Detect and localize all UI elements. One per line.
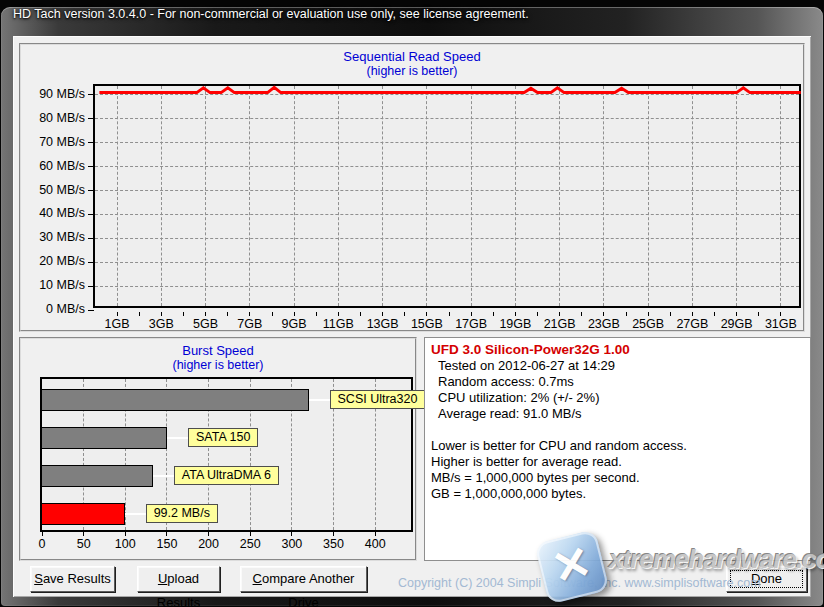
random-access: Random access: 0.7ms [431, 374, 804, 390]
y-axis-label: 30 MB/s [17, 230, 85, 244]
y-axis-label: 20 MB/s [17, 254, 85, 268]
y-axis-label: 70 MB/s [17, 135, 85, 149]
y-axis-label: 0 MB/s [17, 302, 85, 316]
burst-x-tick [83, 532, 84, 536]
y-axis-label: 40 MB/s [17, 206, 85, 220]
burst-x-tick [42, 532, 43, 536]
x-axis-label: 31GB [754, 317, 808, 331]
hd-tach-window: HD Tach version 3.0.4.0 - For non-commer… [0, 0, 824, 607]
y-axis-tick [88, 142, 94, 143]
y-axis-tick [88, 118, 94, 119]
x-axis-tick [117, 312, 118, 316]
burst-bar-label: SCSI Ultra320 [330, 390, 426, 409]
burst-x-label: 400 [348, 537, 402, 551]
x-axis-tick [404, 312, 405, 316]
y-axis-tick [88, 190, 94, 191]
y-axis-label: 60 MB/s [17, 159, 85, 173]
x-axis-tick [426, 312, 427, 316]
x-axis-tick [758, 312, 759, 316]
y-axis-tick [88, 310, 94, 311]
sequential-read-title: Sequential Read Speed [21, 49, 803, 64]
y-axis-label: 50 MB/s [17, 183, 85, 197]
compare-another-drive-button[interactable]: Compare Another Drive [240, 566, 367, 592]
drive-name: UFD 3.0 Silicon-Power32G 1.00 [431, 342, 804, 358]
bar-label-connector [153, 475, 174, 477]
bar-label-connector [125, 513, 146, 515]
x-axis-tick [161, 312, 162, 316]
y-axis-tick [88, 262, 94, 263]
results-panel: UFD 3.0 Silicon-Power32G 1.00 Tested on … [424, 337, 811, 561]
client-area: Sequential Read Speed (higher is better)… [13, 36, 811, 597]
y-axis-label: 90 MB/s [17, 87, 85, 101]
bar-label-connector [167, 437, 188, 439]
y-axis-tick [88, 166, 94, 167]
burst-bar [42, 465, 153, 487]
x-axis-tick [272, 312, 273, 316]
y-axis-tick [88, 238, 94, 239]
burst-bar [42, 503, 125, 525]
tested-on: Tested on 2012-06-27 at 14:29 [431, 358, 804, 374]
x-axis-tick [316, 312, 317, 316]
note-line: Higher is better for average read. [431, 454, 804, 470]
x-axis-tick [294, 312, 295, 316]
burst-speed-subtitle: (higher is better) [21, 358, 415, 372]
save-results-button[interactable]: Save Results [30, 566, 115, 592]
burst-x-tick [125, 532, 126, 536]
y-axis-tick [88, 214, 94, 215]
sequential-read-plot: 0 MB/s10 MB/s20 MB/s30 MB/s40 MB/s50 MB/… [93, 84, 801, 308]
x-axis-tick [670, 312, 671, 316]
burst-bar-label: ATA UltraDMA 6 [174, 466, 279, 485]
x-axis-tick [736, 312, 737, 316]
x-axis-tick [626, 312, 627, 316]
cpu-utilization: CPU utilization: 2% (+/- 2%) [431, 390, 804, 406]
burst-x-tick [166, 532, 167, 536]
read-speed-line [95, 86, 803, 310]
x-axis-tick [449, 312, 450, 316]
burst-speed-title: Burst Speed [21, 343, 415, 358]
window-title: HD Tach version 3.0.4.0 - For non-commer… [13, 7, 529, 21]
x-axis-tick [648, 312, 649, 316]
burst-x-tick [291, 532, 292, 536]
x-axis-tick [227, 312, 228, 316]
sequential-read-subtitle: (higher is better) [21, 64, 803, 78]
note-line: Lower is better for CPU and random acces… [431, 438, 804, 454]
x-axis-tick [338, 312, 339, 316]
x-axis-tick [471, 312, 472, 316]
x-axis-tick [493, 312, 494, 316]
x-axis-tick [559, 312, 560, 316]
bar-label-connector [309, 399, 330, 401]
copyright-text: Copyright (C) 2004 Simpli Software, Inc.… [398, 576, 761, 590]
x-axis-tick [714, 312, 715, 316]
note-line: GB = 1,000,000,000 bytes. [431, 486, 804, 502]
upload-results-button[interactable]: Upload Results [137, 566, 220, 592]
y-axis-tick [88, 286, 94, 287]
burst-x-tick [375, 532, 376, 536]
sequential-read-panel: Sequential Read Speed (higher is better)… [19, 43, 805, 332]
burst-bar-label: SATA 150 [188, 428, 258, 447]
x-axis-tick [205, 312, 206, 316]
x-axis-tick [183, 312, 184, 316]
burst-bar [42, 427, 167, 449]
y-axis-label: 10 MB/s [17, 278, 85, 292]
burst-x-tick [208, 532, 209, 536]
burst-speed-plot: 050100150200250300350400SCSI Ultra320SAT… [40, 377, 413, 532]
note-line: MB/s = 1,000,000 bytes per second. [431, 470, 804, 486]
burst-x-tick [333, 532, 334, 536]
burst-speed-panel: Burst Speed (higher is better) 050100150… [19, 337, 417, 561]
x-axis-tick [360, 312, 361, 316]
average-read: Average read: 91.0 MB/s [431, 406, 804, 422]
x-axis-tick [382, 312, 383, 316]
y-axis-label: 80 MB/s [17, 111, 85, 125]
burst-bar-label: 99.2 MB/s [146, 504, 218, 523]
x-axis-tick [515, 312, 516, 316]
x-axis-tick [603, 312, 604, 316]
y-axis-tick [88, 94, 94, 95]
x-axis-tick [139, 312, 140, 316]
x-axis-tick [537, 312, 538, 316]
burst-x-tick [250, 532, 251, 536]
x-axis-tick [780, 312, 781, 316]
x-axis-tick [249, 312, 250, 316]
x-axis-tick [692, 312, 693, 316]
burst-bar [42, 389, 309, 411]
x-axis-tick [581, 312, 582, 316]
